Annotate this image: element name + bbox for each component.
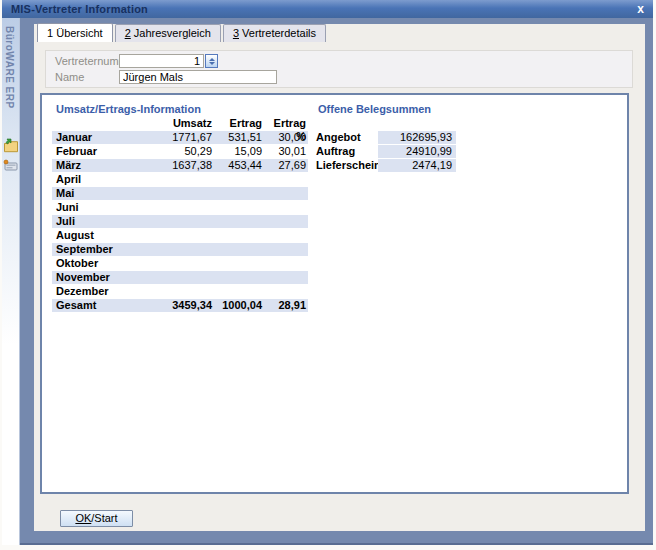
ertrag-cell: [212, 215, 262, 228]
belegsumme-row: Auftrag24910,99: [316, 145, 456, 158]
window-body: BüroWARE ERP 1 Übersicht2 Jahresvergleic…: [2, 18, 653, 545]
vertreter-form: Vertreternummer Name: [45, 50, 633, 88]
ertrag-pct-cell: [262, 173, 308, 186]
umsatz-cell: 1637,38: [147, 159, 212, 172]
umsatz-section-title: Umsatz/Ertrags-Information: [56, 103, 201, 115]
ertrag-cell: 1000,04: [212, 299, 262, 312]
umsatz-row: März1637,38453,4427,69: [52, 159, 308, 172]
ertrag-pct-column-header: Ertrag %: [262, 117, 308, 130]
belegsumme-value: 162695,93: [378, 131, 456, 144]
month-cell: August: [52, 229, 147, 242]
umsatz-cell: [147, 173, 212, 186]
ertrag-pct-cell: [262, 229, 308, 242]
tab-bar: 1 Übersicht2 Jahresvergleich3 Vertreterd…: [37, 25, 328, 42]
client-area: 1 Übersicht2 Jahresvergleich3 Vertreterd…: [34, 24, 645, 531]
tab-label: Übersicht: [53, 27, 103, 39]
ok-start-button[interactable]: OK/Start: [60, 510, 133, 527]
ertrag-pct-cell: [262, 243, 308, 256]
ertrag-pct-cell: [262, 187, 308, 200]
brand-vertical-label: BüroWARE ERP: [4, 26, 15, 109]
vertreternummer-input[interactable]: [119, 54, 204, 68]
ertrag-cell: [212, 285, 262, 298]
month-cell: September: [52, 243, 147, 256]
umsatz-row: April: [52, 173, 308, 186]
umsatz-table: Umsatz Ertrag Ertrag % Januar1771,67531,…: [52, 117, 308, 313]
month-cell: Oktober: [52, 257, 147, 270]
month-cell: Gesamt: [52, 299, 147, 312]
umsatz-row: August: [52, 229, 308, 242]
belegsumme-value: 2474,19: [378, 159, 456, 172]
belegsumme-label: Lieferschein: [316, 159, 378, 172]
belegsumme-value: 24910,99: [378, 145, 456, 158]
overview-panel: Umsatz/Ertrags-Information Offene Belegs…: [40, 93, 629, 494]
month-cell: Januar: [52, 131, 147, 144]
umsatz-cell: [147, 215, 212, 228]
folder-import-icon[interactable]: [3, 138, 19, 154]
title-bar[interactable]: MIS-Vertreter Information x: [2, 0, 653, 18]
umsatz-cell: 1771,67: [147, 131, 212, 144]
umsatz-cell: [147, 271, 212, 284]
ertrag-pct-cell: [262, 201, 308, 214]
umsatz-cell: 3459,34: [147, 299, 212, 312]
umsatz-cell: 50,29: [147, 145, 212, 158]
ertrag-cell: [212, 229, 262, 242]
ertrag-pct-cell: 28,91: [262, 299, 308, 312]
belegsumme-row: Angebot162695,93: [316, 131, 456, 144]
ertrag-cell: [212, 173, 262, 186]
umsatz-row: Juni: [52, 201, 308, 214]
ertrag-cell: 453,44: [212, 159, 262, 172]
month-cell: Februar: [52, 145, 147, 158]
ertrag-pct-cell: 30,00: [262, 131, 308, 144]
ertrag-cell: [212, 271, 262, 284]
belegsummen-section-title: Offene Belegsummen: [318, 103, 431, 115]
ertrag-cell: [212, 257, 262, 270]
month-cell: Juni: [52, 201, 147, 214]
month-cell: April: [52, 173, 147, 186]
umsatz-row: Januar1771,67531,5130,00: [52, 131, 308, 144]
ertrag-pct-cell: 30,01: [262, 145, 308, 158]
umsatz-rows: Januar1771,67531,5130,00Februar50,2915,0…: [52, 131, 308, 312]
belegsumme-label: Auftrag: [316, 145, 378, 158]
ertrag-column-header: Ertrag: [212, 117, 262, 130]
app-window: MIS-Vertreter Information x BüroWARE ERP: [2, 0, 653, 545]
umsatz-row: Oktober: [52, 257, 308, 270]
umsatz-header-row: Umsatz Ertrag Ertrag %: [52, 117, 308, 130]
tab-label: Vertreterdetails: [239, 27, 316, 39]
ertrag-pct-cell: [262, 285, 308, 298]
tab-3[interactable]: 3 Vertreterdetails: [223, 24, 326, 42]
tab-2[interactable]: 2 Jahresvergleich: [115, 24, 221, 42]
name-input[interactable]: [119, 70, 277, 84]
umsatz-cell: [147, 229, 212, 242]
month-cell: Dezember: [52, 285, 147, 298]
belegsumme-label: Angebot: [316, 131, 378, 144]
month-cell: November: [52, 271, 147, 284]
spinner-button[interactable]: [205, 54, 218, 68]
belegsumme-row: Lieferschein2474,19: [316, 159, 456, 172]
side-strip: BüroWARE ERP: [2, 18, 20, 545]
ertrag-pct-cell: 27,69: [262, 159, 308, 172]
tab-1[interactable]: 1 Übersicht: [37, 23, 113, 42]
ertrag-pct-cell: [262, 257, 308, 270]
ertrag-cell: [212, 187, 262, 200]
tab-label: Jahresvergleich: [131, 27, 211, 39]
ertrag-cell: 15,09: [212, 145, 262, 158]
month-cell: März: [52, 159, 147, 172]
ertrag-cell: [212, 243, 262, 256]
umsatz-row: Juli: [52, 215, 308, 228]
name-label: Name: [55, 71, 84, 83]
umsatz-cell: [147, 285, 212, 298]
keyboard-icon[interactable]: [3, 159, 19, 175]
umsatz-cell: [147, 201, 212, 214]
ertrag-cell: 531,51: [212, 131, 262, 144]
ertrag-pct-cell: [262, 215, 308, 228]
month-cell: Mai: [52, 187, 147, 200]
umsatz-row: Mai: [52, 187, 308, 200]
umsatz-row: Februar50,2915,0930,01: [52, 145, 308, 158]
umsatz-cell: [147, 243, 212, 256]
umsatz-total-row: Gesamt3459,341000,0428,91: [52, 299, 308, 312]
ertrag-pct-cell: [262, 271, 308, 284]
umsatz-cell: [147, 257, 212, 270]
umsatz-row: November: [52, 271, 308, 284]
ertrag-cell: [212, 201, 262, 214]
close-icon[interactable]: x: [635, 3, 646, 15]
